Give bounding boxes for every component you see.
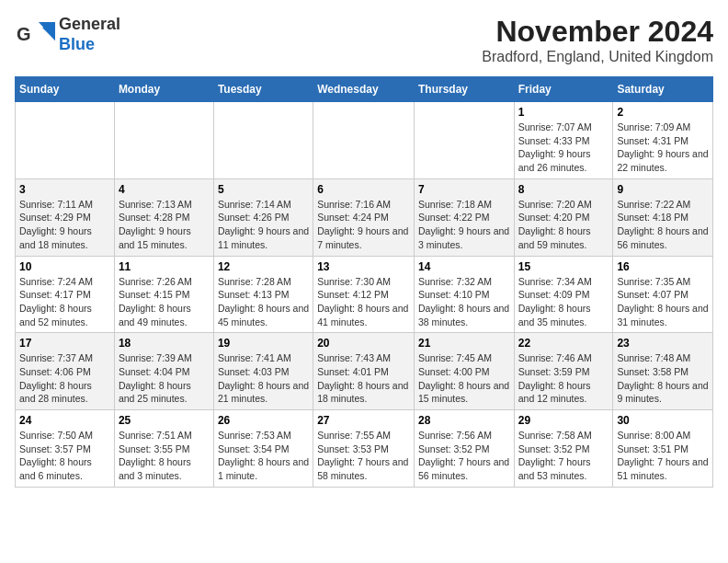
day-info: Sunrise: 7:41 AM Sunset: 4:03 PM Dayligh… [218,351,309,406]
day-of-week-header: Thursday [414,77,514,102]
day-number: 9 [617,183,709,196]
calendar-cell: 8Sunrise: 7:20 AM Sunset: 4:20 PM Daylig… [514,178,613,256]
day-info: Sunrise: 7:48 AM Sunset: 3:58 PM Dayligh… [617,351,709,406]
day-of-week-header: Monday [114,77,213,102]
calendar-week-row: 1Sunrise: 7:07 AM Sunset: 4:33 PM Daylig… [16,102,713,179]
day-number: 5 [218,183,309,196]
day-of-week-header: Wednesday [313,77,415,102]
calendar-cell: 15Sunrise: 7:34 AM Sunset: 4:09 PM Dayli… [514,256,613,333]
logo-icon: G [15,15,55,55]
calendar-cell: 16Sunrise: 7:35 AM Sunset: 4:07 PM Dayli… [613,256,713,333]
logo-text: General Blue [59,15,120,54]
day-info: Sunrise: 7:28 AM Sunset: 4:13 PM Dayligh… [218,275,309,329]
day-of-week-header: Sunday [16,77,115,102]
title-block: November 2024 Bradford, England, United … [482,15,713,65]
day-info: Sunrise: 7:34 AM Sunset: 4:09 PM Dayligh… [518,275,609,329]
calendar-cell [16,102,115,179]
calendar-cell: 7Sunrise: 7:18 AM Sunset: 4:22 PM Daylig… [414,178,514,256]
day-info: Sunrise: 8:00 AM Sunset: 3:51 PM Dayligh… [617,429,709,483]
calendar-cell: 5Sunrise: 7:14 AM Sunset: 4:26 PM Daylig… [213,178,313,256]
day-of-week-header: Tuesday [213,77,313,102]
day-info: Sunrise: 7:37 AM Sunset: 4:06 PM Dayligh… [19,351,110,406]
day-number: 24 [19,414,110,427]
calendar-week-row: 24Sunrise: 7:50 AM Sunset: 3:57 PM Dayli… [16,410,713,488]
day-info: Sunrise: 7:26 AM Sunset: 4:15 PM Dayligh… [119,275,210,329]
calendar-cell: 17Sunrise: 7:37 AM Sunset: 4:06 PM Dayli… [16,333,115,410]
calendar-cell: 1Sunrise: 7:07 AM Sunset: 4:33 PM Daylig… [514,102,613,179]
day-number: 15 [518,260,609,273]
calendar-cell: 23Sunrise: 7:48 AM Sunset: 3:58 PM Dayli… [613,333,713,410]
calendar-cell: 14Sunrise: 7:32 AM Sunset: 4:10 PM Dayli… [414,256,514,333]
day-info: Sunrise: 7:11 AM Sunset: 4:29 PM Dayligh… [19,198,110,252]
calendar-body: 1Sunrise: 7:07 AM Sunset: 4:33 PM Daylig… [16,102,713,488]
calendar-cell: 3Sunrise: 7:11 AM Sunset: 4:29 PM Daylig… [16,178,115,256]
day-info: Sunrise: 7:18 AM Sunset: 4:22 PM Dayligh… [418,198,510,252]
day-number: 17 [19,337,110,350]
day-number: 12 [218,260,309,273]
day-number: 19 [218,337,309,350]
day-number: 18 [119,337,210,350]
day-info: Sunrise: 7:20 AM Sunset: 4:20 PM Dayligh… [518,198,609,252]
day-info: Sunrise: 7:35 AM Sunset: 4:07 PM Dayligh… [617,275,709,329]
location-subtitle: Bradford, England, United Kingdom [482,49,713,65]
calendar-week-row: 17Sunrise: 7:37 AM Sunset: 4:06 PM Dayli… [16,333,713,410]
day-info: Sunrise: 7:50 AM Sunset: 3:57 PM Dayligh… [19,429,110,483]
calendar-cell: 26Sunrise: 7:53 AM Sunset: 3:54 PM Dayli… [213,410,313,488]
svg-text:G: G [17,24,31,44]
day-info: Sunrise: 7:32 AM Sunset: 4:10 PM Dayligh… [418,275,510,329]
day-number: 29 [518,414,609,427]
calendar-cell: 18Sunrise: 7:39 AM Sunset: 4:04 PM Dayli… [114,333,213,410]
day-number: 6 [317,183,410,196]
calendar-cell: 28Sunrise: 7:56 AM Sunset: 3:52 PM Dayli… [414,410,514,488]
day-number: 23 [617,337,709,350]
calendar-cell: 12Sunrise: 7:28 AM Sunset: 4:13 PM Dayli… [213,256,313,333]
calendar-cell: 20Sunrise: 7:43 AM Sunset: 4:01 PM Dayli… [313,333,415,410]
day-info: Sunrise: 7:39 AM Sunset: 4:04 PM Dayligh… [119,351,210,406]
day-info: Sunrise: 7:13 AM Sunset: 4:28 PM Dayligh… [119,198,210,252]
calendar-cell: 29Sunrise: 7:58 AM Sunset: 3:52 PM Dayli… [514,410,613,488]
calendar-cell [414,102,514,179]
day-info: Sunrise: 7:24 AM Sunset: 4:17 PM Dayligh… [19,275,110,329]
day-number: 14 [418,260,510,273]
calendar-cell: 4Sunrise: 7:13 AM Sunset: 4:28 PM Daylig… [114,178,213,256]
day-number: 10 [19,260,110,273]
day-of-week-header: Friday [514,77,613,102]
svg-marker-2 [42,28,55,40]
day-info: Sunrise: 7:46 AM Sunset: 3:59 PM Dayligh… [518,351,609,406]
day-info: Sunrise: 7:56 AM Sunset: 3:52 PM Dayligh… [418,429,510,483]
day-number: 30 [617,414,709,427]
day-number: 25 [119,414,210,427]
calendar-cell: 22Sunrise: 7:46 AM Sunset: 3:59 PM Dayli… [514,333,613,410]
calendar-header: SundayMondayTuesdayWednesdayThursdayFrid… [16,77,713,102]
calendar-week-row: 3Sunrise: 7:11 AM Sunset: 4:29 PM Daylig… [16,178,713,256]
day-number: 4 [119,183,210,196]
calendar-cell: 19Sunrise: 7:41 AM Sunset: 4:03 PM Dayli… [213,333,313,410]
calendar-table: SundayMondayTuesdayWednesdayThursdayFrid… [15,76,713,488]
day-info: Sunrise: 7:30 AM Sunset: 4:12 PM Dayligh… [317,275,410,329]
calendar-cell: 11Sunrise: 7:26 AM Sunset: 4:15 PM Dayli… [114,256,213,333]
calendar-cell: 13Sunrise: 7:30 AM Sunset: 4:12 PM Dayli… [313,256,415,333]
day-number: 28 [418,414,510,427]
day-info: Sunrise: 7:53 AM Sunset: 3:54 PM Dayligh… [218,429,309,483]
logo: G General Blue [15,15,120,55]
calendar-cell: 24Sunrise: 7:50 AM Sunset: 3:57 PM Dayli… [16,410,115,488]
calendar-cell [213,102,313,179]
day-number: 20 [317,337,410,350]
calendar-cell: 6Sunrise: 7:16 AM Sunset: 4:24 PM Daylig… [313,178,415,256]
calendar-cell: 27Sunrise: 7:55 AM Sunset: 3:53 PM Dayli… [313,410,415,488]
day-number: 16 [617,260,709,273]
day-info: Sunrise: 7:51 AM Sunset: 3:55 PM Dayligh… [119,429,210,483]
day-info: Sunrise: 7:09 AM Sunset: 4:31 PM Dayligh… [617,121,709,175]
day-number: 3 [19,183,110,196]
day-info: Sunrise: 7:07 AM Sunset: 4:33 PM Dayligh… [518,121,609,175]
calendar-cell: 21Sunrise: 7:45 AM Sunset: 4:00 PM Dayli… [414,333,514,410]
calendar-cell: 2Sunrise: 7:09 AM Sunset: 4:31 PM Daylig… [613,102,713,179]
day-number: 26 [218,414,309,427]
day-info: Sunrise: 7:45 AM Sunset: 4:00 PM Dayligh… [418,351,510,406]
calendar-cell: 10Sunrise: 7:24 AM Sunset: 4:17 PM Dayli… [16,256,115,333]
day-number: 27 [317,414,410,427]
month-title: November 2024 [482,15,713,49]
day-number: 2 [617,106,709,119]
day-number: 13 [317,260,410,273]
day-number: 1 [518,106,609,119]
